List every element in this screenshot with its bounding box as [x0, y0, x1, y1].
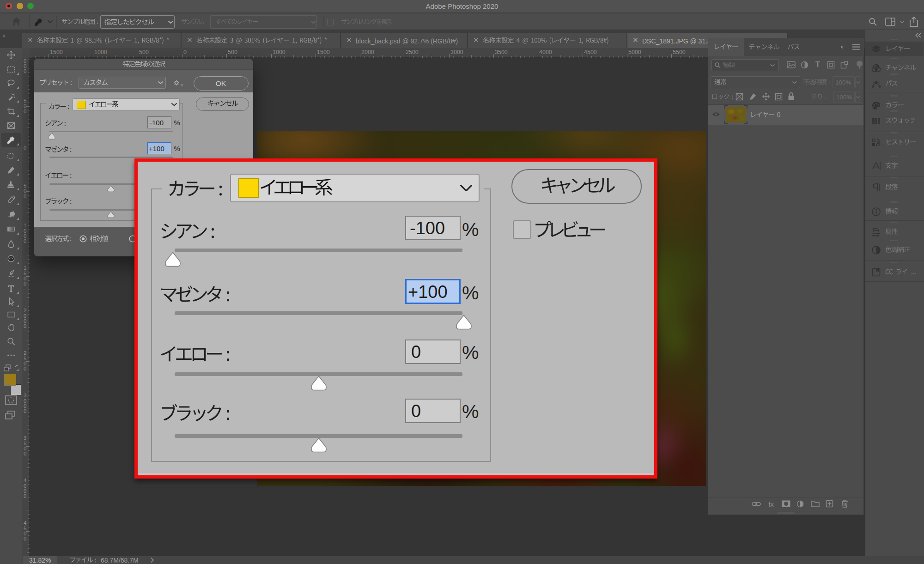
- svg-text:5: 5: [876, 139, 880, 147]
